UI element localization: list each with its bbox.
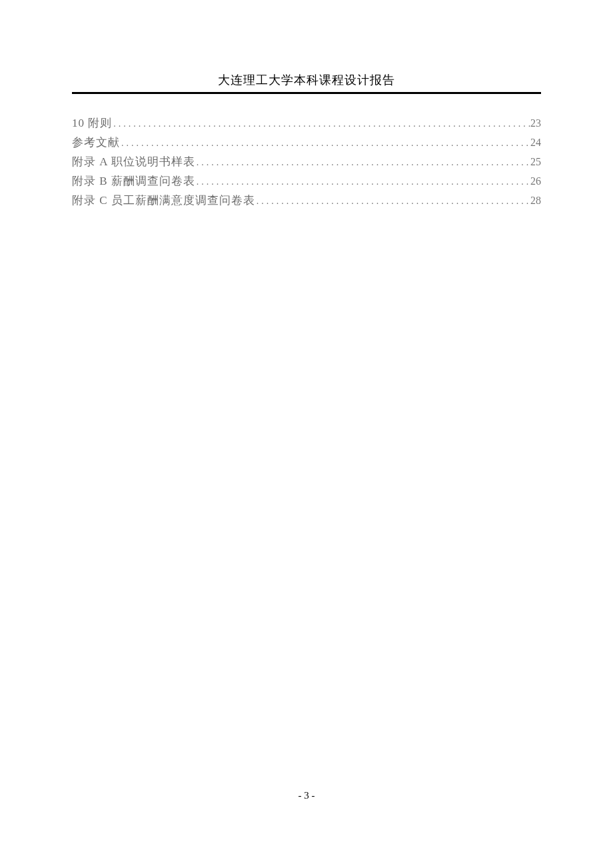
page-footer: - 3 - xyxy=(0,790,613,801)
toc-entry-title: 附录 C 员工薪酬满意度调查问卷表 xyxy=(72,191,255,211)
toc-dots: ........................................… xyxy=(120,135,530,151)
toc-entry-title: 附录 B 薪酬调查问卷表 xyxy=(72,172,195,191)
header-title: 大连理工大学本科课程设计报告 xyxy=(218,73,395,87)
toc-entry-page: 25 xyxy=(530,153,541,171)
toc-entry-title: 10 附则 xyxy=(72,114,112,133)
toc-dots: ........................................… xyxy=(255,193,530,209)
toc-dots: ........................................… xyxy=(195,155,530,171)
table-of-contents: 10 附则 ..................................… xyxy=(72,114,541,210)
toc-entry: 10 附则 ..................................… xyxy=(72,114,541,133)
toc-entry-title: 参考文献 xyxy=(72,133,120,153)
toc-entry-title: 附录 A 职位说明书样表 xyxy=(72,153,195,172)
toc-entry: 附录 C 员工薪酬满意度调查问卷表 ......................… xyxy=(72,191,541,211)
page-header: 大连理工大学本科课程设计报告 xyxy=(72,72,541,94)
document-page: 大连理工大学本科课程设计报告 10 附则 ...................… xyxy=(0,0,613,868)
toc-entry: 附录 A 职位说明书样表 ...........................… xyxy=(72,153,541,172)
toc-dots: ........................................… xyxy=(195,174,530,190)
toc-entry-page: 28 xyxy=(530,191,541,209)
toc-entry-page: 24 xyxy=(530,133,541,151)
page-number: - 3 - xyxy=(299,790,315,801)
toc-entry: 参考文献 ...................................… xyxy=(72,133,541,153)
toc-dots: ........................................… xyxy=(112,116,530,132)
toc-entry-page: 26 xyxy=(530,172,541,190)
toc-entry-page: 23 xyxy=(530,114,541,132)
toc-entry: 附录 B 薪酬调查问卷表 ...........................… xyxy=(72,172,541,191)
